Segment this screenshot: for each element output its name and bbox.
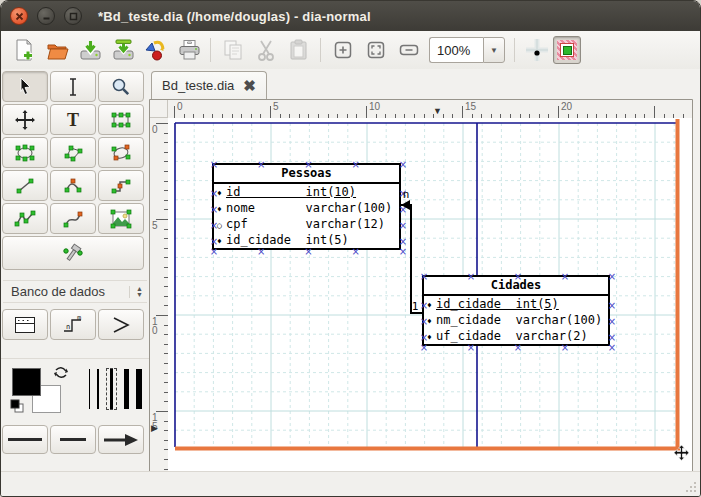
line-width-1[interactable] [89, 369, 90, 409]
line-width-selector[interactable] [89, 367, 142, 411]
save-as-icon [111, 38, 135, 62]
diagram-tab[interactable]: Bd_teste.dia ✖ [151, 71, 267, 99]
begin-arrow-style-button[interactable] [2, 425, 48, 454]
save-diagram-button[interactable] [73, 35, 106, 65]
text-icon: T [61, 109, 85, 131]
tool-text[interactable]: T [50, 104, 96, 135]
new-diagram-button[interactable] [7, 35, 40, 65]
tool-line[interactable] [2, 170, 48, 201]
arrow-line-icon [103, 433, 139, 447]
move-icon [13, 109, 37, 131]
line-width-2[interactable] [97, 369, 99, 409]
outline-tool-icon [60, 241, 86, 265]
resize-grip[interactable] [683, 479, 697, 493]
ruler-tick [558, 106, 559, 118]
reference-end-label: 1 [412, 300, 419, 313]
ruler-tick [462, 106, 463, 118]
tool-arc[interactable] [50, 170, 96, 201]
zoom-out-button[interactable] [392, 35, 425, 65]
db-table-shape-icon [12, 313, 38, 337]
ruler-label: 1 0 [152, 317, 158, 335]
sheet-selected-label: Banco de dados [11, 284, 129, 299]
zoom-fit-button[interactable] [359, 35, 392, 65]
snap-to-grid-icon [525, 38, 549, 62]
pointer-icon [13, 76, 37, 98]
tool-text-edit[interactable] [50, 71, 96, 102]
tool-zigzagline[interactable] [98, 170, 144, 201]
default-colors-icon [10, 399, 25, 414]
vertical-ruler: 051 01 5▶ [150, 118, 169, 473]
sheet-selector[interactable]: Banco de dados ▲▼ [3, 280, 147, 303]
save-as-button[interactable] [106, 35, 139, 65]
tab-label: Bd_teste.dia [162, 78, 234, 93]
maximize-button[interactable] [64, 7, 82, 25]
ruler-corner [150, 100, 168, 118]
minimize-button[interactable] [37, 7, 55, 25]
zoom-level-input[interactable]: 100% [429, 37, 483, 63]
tool-polygon[interactable] [50, 137, 96, 168]
ruler-tick [654, 106, 655, 118]
zigzagline-shape-icon [109, 175, 133, 197]
status-bar [1, 471, 700, 496]
export-diagram-button[interactable] [139, 35, 172, 65]
tool-box[interactable] [98, 104, 144, 135]
snap-to-objects-toggle[interactable] [553, 36, 581, 64]
svg-text:T: T [67, 110, 79, 130]
copy-icon [221, 38, 245, 62]
zoom-out-icon [398, 39, 420, 61]
tool-scroll[interactable] [2, 104, 48, 135]
swap-colors-button[interactable] [53, 365, 69, 384]
export-diagram-icon [144, 38, 168, 62]
window-title: *Bd_teste.dia (/home/douglas) - dia-norm… [98, 9, 371, 24]
open-diagram-button[interactable] [40, 35, 73, 65]
snap-to-grid-toggle[interactable] [520, 35, 553, 65]
zoom-in-icon [332, 39, 354, 61]
close-icon [15, 12, 24, 21]
print-button[interactable] [172, 35, 205, 65]
ruler-label: 0 [177, 102, 183, 111]
tool-modify[interactable] [2, 71, 48, 102]
cut-button[interactable] [249, 35, 282, 65]
polygon-shape-icon [61, 142, 85, 164]
ruler-position-marker: ▶ [151, 424, 158, 433]
line-style-button[interactable] [50, 425, 96, 454]
tool-image[interactable] [98, 203, 144, 234]
svg-text:m: m [77, 313, 81, 321]
beziergon-shape-icon [109, 142, 133, 164]
foreground-color-swatch[interactable] [12, 368, 41, 396]
ruler-label: 5 [273, 102, 279, 111]
shape-compound[interactable] [98, 309, 144, 340]
zoom-dropdown-button[interactable]: ▼ [483, 37, 505, 63]
zoom-in-button[interactable] [326, 35, 359, 65]
shape-reference[interactable]: nm [50, 309, 96, 340]
sheet-spinner[interactable]: ▲▼ [129, 286, 143, 298]
tool-beziergon[interactable] [98, 137, 144, 168]
paste-icon [287, 38, 311, 62]
line-style-icon [60, 438, 86, 441]
ruler-label: 0 [152, 125, 158, 134]
tool-ellipse[interactable] [2, 137, 48, 168]
line-width-5[interactable] [136, 369, 142, 409]
tool-outline[interactable] [2, 236, 144, 270]
zoom-fit-icon [365, 39, 387, 61]
main-toolbar: 100% ▼ [1, 31, 700, 69]
paste-button[interactable] [282, 35, 315, 65]
close-button[interactable] [10, 7, 28, 25]
ruler-label: 20 [561, 102, 572, 111]
bezierline-shape-icon [61, 208, 85, 230]
ruler-label: 10 [369, 102, 380, 111]
title-bar: *Bd_teste.dia (/home/douglas) - dia-norm… [1, 1, 700, 31]
end-arrow-style-button[interactable] [98, 425, 144, 454]
reference-line[interactable]: n1 [168, 118, 692, 473]
canvas-viewport[interactable]: Pessoas♦id int(10)♦nome varchar(100)○cpf… [168, 118, 692, 473]
tab-close-icon[interactable]: ✖ [243, 79, 256, 93]
default-colors-button[interactable] [10, 399, 25, 418]
line-width-4[interactable] [124, 369, 129, 409]
tool-magnify[interactable] [98, 71, 144, 102]
tool-bezierline[interactable] [50, 203, 96, 234]
line-width-selected[interactable] [106, 368, 117, 410]
copy-button[interactable] [216, 35, 249, 65]
tool-polyline[interactable] [2, 203, 48, 234]
maximize-icon [69, 12, 78, 21]
shape-table[interactable] [2, 309, 48, 340]
